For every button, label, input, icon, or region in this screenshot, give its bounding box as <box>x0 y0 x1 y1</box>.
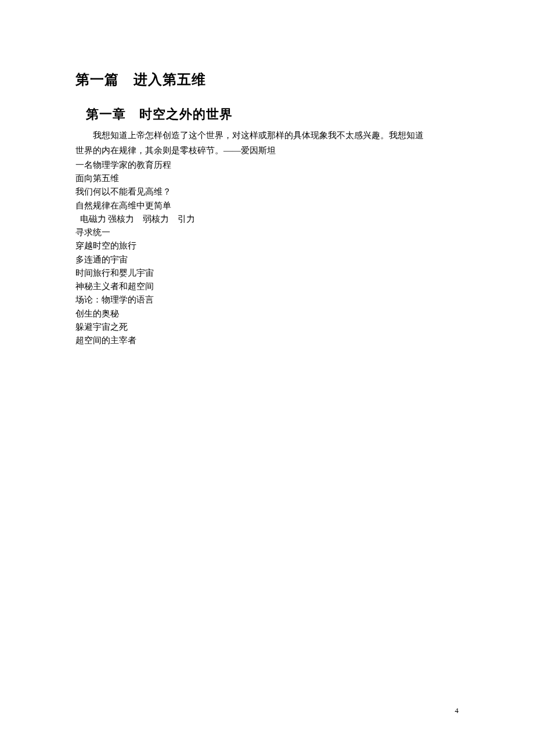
part-title: 第一篇 进入第五维 <box>75 70 459 89</box>
section-heading: 躲避宇宙之死 <box>75 321 459 334</box>
forces-list: 电磁力 强核力 弱核力 引力 <box>75 213 459 226</box>
section-heading: 面向第五维 <box>75 172 459 185</box>
page-number: 4 <box>455 706 459 715</box>
section-heading: 超空间的主宰者 <box>75 334 459 347</box>
section-heading: 自然规律在高维中更简单 <box>75 199 459 213</box>
section-heading: 神秘主义者和超空间 <box>75 280 459 293</box>
section-heading: 场论：物理学的语言 <box>75 293 459 307</box>
section-heading: 时间旅行和婴儿宇宙 <box>75 267 459 280</box>
epigraph-line: 世界的内在规律，其余则是零枝碎节。——爱因斯坦 <box>75 144 459 157</box>
section-heading: 一名物理学家的教育历程 <box>75 159 459 172</box>
section-heading: 寻求统一 <box>75 226 459 239</box>
section-heading: 穿越时空的旅行 <box>75 239 459 253</box>
document-page: 第一篇 进入第五维 第一章 时空之外的世界 我想知道上帝怎样创造了这个世界，对这… <box>0 0 534 347</box>
chapter-title: 第一章 时空之外的世界 <box>86 106 459 124</box>
section-heading: 创生的奥秘 <box>75 307 459 321</box>
section-heading: 多连通的宇宙 <box>75 253 459 267</box>
section-heading: 我们何以不能看见高维？ <box>75 185 459 199</box>
epigraph-line: 我想知道上帝怎样创造了这个世界，对这样或那样的具体现象我不太感兴趣。我想知道 <box>75 129 459 142</box>
